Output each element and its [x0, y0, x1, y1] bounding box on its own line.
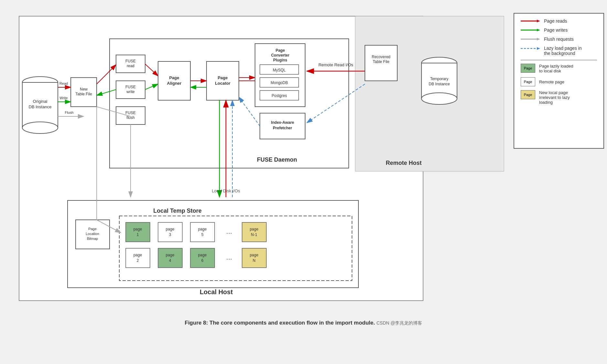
- temp-db-bottom: [421, 93, 457, 104]
- legend-page-yellow: Page New local pageirrelevant to lazyloa…: [521, 90, 597, 105]
- pageN1-label2: N-1: [251, 232, 257, 237]
- legend-page-green: Page Page lazily loadedto local disk: [521, 64, 597, 73]
- remote-read-ios-label: Remote Read I/Os: [318, 62, 353, 67]
- page4-box: [158, 248, 182, 268]
- iap-label1: Index-Aware: [271, 120, 294, 125]
- diagram-area: Local Host Remote Host Original DB Insta…: [16, 13, 591, 312]
- page4-label1: page: [166, 253, 175, 257]
- local-disk-ios-label: Local Disk I/Os: [212, 188, 240, 193]
- pcp-label3: Plugins: [273, 58, 287, 62]
- page2-label2: 2: [137, 258, 139, 263]
- plb-label3: Bitmap: [87, 237, 98, 241]
- page3-box: [158, 222, 182, 242]
- diagram-svg-wrapper: Local Host Remote Host Original DB Insta…: [16, 13, 507, 312]
- legend-white-desc: Remote page: [539, 80, 564, 84]
- fuse-write-label1: FUSE: [125, 85, 136, 89]
- legend-white-label: Page: [524, 80, 532, 84]
- postgres-label: Postgres: [272, 93, 287, 98]
- mongodb-label: MongoDB: [271, 80, 288, 85]
- page3-label1: page: [166, 227, 175, 231]
- lazy-load-line: [521, 47, 540, 50]
- page2-box: [126, 248, 150, 268]
- recovered-label2: Table File: [373, 59, 389, 64]
- page-locator-label1: Page: [218, 75, 228, 80]
- legend-lazy-text: Lazy load pages inthe background: [544, 46, 582, 56]
- page1-box: [126, 222, 150, 242]
- pageN-box: [242, 248, 266, 268]
- legend-page-writes-text: Page writes: [544, 27, 568, 33]
- page6-label2: 6: [201, 258, 204, 263]
- page-aligner-label2: Aligner: [167, 81, 182, 86]
- pcp-label2: Converter: [271, 53, 290, 58]
- new-table-file-label2: Table File: [75, 92, 92, 96]
- page1-label2: 1: [137, 232, 139, 237]
- page5-box: [190, 222, 215, 242]
- fuse-flush-label1: FUSE: [125, 111, 136, 115]
- ellipsis2: ...: [226, 253, 232, 261]
- pageN-label2: N: [253, 258, 256, 263]
- legend-page-white: Page Remote page: [521, 77, 597, 86]
- pageN1-label1: page: [250, 227, 259, 231]
- ellipsis1: ...: [226, 227, 232, 235]
- page-reads-line: [521, 19, 540, 23]
- plb-label1: Page: [88, 227, 97, 231]
- svg-marker-7: [537, 29, 540, 31]
- legend-green-desc: Page lazily loadedto local disk: [539, 64, 573, 73]
- figure-caption: Figure 8: The core components and execut…: [16, 320, 591, 326]
- page5-label2: 5: [201, 232, 204, 237]
- svg-marker-5: [537, 20, 540, 22]
- caption-container: Figure 8: The core components and execut…: [16, 320, 591, 326]
- local-temp-store-box: [68, 200, 358, 288]
- legend-yellow-desc: New local pageirrelevant to lazyloading: [539, 90, 570, 105]
- svg-marker-9: [537, 38, 540, 40]
- pageN-label1: page: [250, 253, 259, 257]
- legend-white-box: Page: [521, 77, 535, 86]
- recovered-label1: Recovered: [372, 55, 390, 59]
- legend-page-reads-text: Page reads: [544, 18, 567, 24]
- main-diagram-svg: Local Host Remote Host Original DB Insta…: [16, 13, 507, 310]
- caption-source: CSDN @李兆龙的博客: [377, 320, 422, 326]
- page6-box: [190, 248, 215, 268]
- legend-page-reads: Page reads: [521, 18, 597, 24]
- temp-db-label1: Temporary: [430, 77, 449, 81]
- page5-label1: page: [198, 227, 207, 231]
- legend-yellow-label: Page: [524, 93, 532, 97]
- pcp-label1: Page: [276, 48, 285, 53]
- legend-yellow-box: Page: [521, 90, 535, 99]
- plb-label2: Location: [86, 232, 99, 236]
- page3-label2: 3: [169, 232, 171, 237]
- page1-label1: page: [133, 227, 142, 231]
- page-aligner-label1: Page: [169, 75, 179, 80]
- iap-label2: Prefetcher: [273, 126, 292, 130]
- pageN1-box: [242, 222, 266, 242]
- page6-label1: page: [198, 253, 207, 257]
- fuse-read-label2: read: [127, 64, 134, 68]
- svg-marker-11: [537, 47, 540, 50]
- original-db-label2: DB Instance: [29, 104, 52, 109]
- flush-label: Flush: [65, 111, 74, 114]
- remote-host-label: Remote Host: [386, 160, 421, 166]
- temp-db-label2: DB Instance: [429, 82, 450, 86]
- legend-separator: [521, 60, 597, 60]
- legend-box: Page reads Page writes Flush: [514, 13, 604, 149]
- caption-text: Figure 8: The core components and execut…: [185, 320, 375, 326]
- page-writes-line: [521, 28, 540, 32]
- flush-line: [521, 37, 540, 41]
- page4-label2: 4: [169, 258, 171, 263]
- legend-green-box: Page: [521, 64, 535, 73]
- legend-flush-text: Flush requests: [544, 37, 574, 42]
- legend-flush: Flush requests: [521, 37, 597, 42]
- legend-page-writes: Page writes: [521, 27, 597, 33]
- fuse-daemon-label: FUSE Daemon: [257, 156, 297, 163]
- page2-label1: page: [133, 253, 142, 257]
- local-temp-store-label: Local Temp Store: [153, 208, 202, 214]
- new-table-file-label1: New: [80, 87, 88, 91]
- read-label: Read: [59, 81, 68, 85]
- page-locator-label2: Locator: [215, 81, 230, 86]
- legend-green-label: Page: [524, 66, 532, 70]
- fuse-read-label1: FUSE: [125, 59, 136, 63]
- mysql-label: MySQL: [273, 68, 286, 72]
- fuse-write-label2: write: [126, 90, 135, 94]
- original-db-label1: Original: [33, 99, 48, 104]
- right-panel: Page reads Page writes Flush: [514, 13, 604, 312]
